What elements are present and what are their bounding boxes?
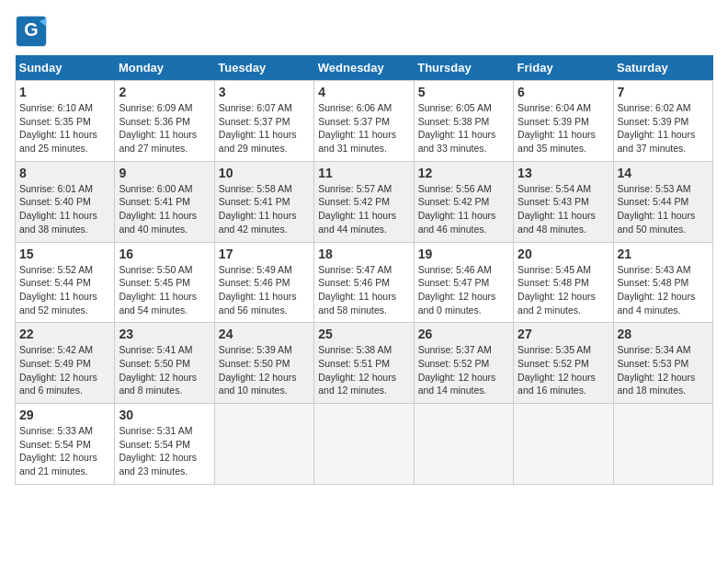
calendar-day-cell: 16Sunrise: 5:50 AM Sunset: 5:45 PM Dayli…	[115, 242, 214, 323]
calendar-day-cell: 22Sunrise: 5:42 AM Sunset: 5:49 PM Dayli…	[16, 323, 115, 404]
calendar-day-cell: 24Sunrise: 5:39 AM Sunset: 5:50 PM Dayli…	[214, 323, 313, 404]
calendar-day-cell: 21Sunrise: 5:43 AM Sunset: 5:48 PM Dayli…	[613, 242, 712, 323]
calendar-day-cell: 10Sunrise: 5:58 AM Sunset: 5:41 PM Dayli…	[214, 161, 313, 242]
day-number: 28	[618, 327, 709, 341]
calendar-day-cell: 25Sunrise: 5:38 AM Sunset: 5:51 PM Dayli…	[314, 323, 414, 404]
day-info: Sunrise: 5:50 AM Sunset: 5:45 PM Dayligh…	[119, 263, 210, 317]
calendar-day-cell: 28Sunrise: 5:34 AM Sunset: 5:53 PM Dayli…	[613, 323, 712, 404]
day-of-week-header: Friday	[514, 55, 613, 81]
calendar-day-cell: 8Sunrise: 6:01 AM Sunset: 5:40 PM Daylig…	[16, 161, 115, 242]
calendar-day-cell: 29Sunrise: 5:33 AM Sunset: 5:54 PM Dayli…	[16, 404, 115, 485]
calendar-day-cell: 4Sunrise: 6:06 AM Sunset: 5:37 PM Daylig…	[314, 81, 414, 162]
day-info: Sunrise: 6:05 AM Sunset: 5:38 PM Dayligh…	[418, 101, 509, 155]
day-number: 13	[518, 166, 609, 180]
day-info: Sunrise: 5:56 AM Sunset: 5:42 PM Dayligh…	[418, 182, 509, 236]
day-number: 7	[618, 85, 709, 99]
calendar-day-cell: 14Sunrise: 5:53 AM Sunset: 5:44 PM Dayli…	[613, 161, 712, 242]
day-info: Sunrise: 5:41 AM Sunset: 5:50 PM Dayligh…	[119, 343, 210, 397]
day-info: Sunrise: 6:04 AM Sunset: 5:39 PM Dayligh…	[518, 101, 609, 155]
calendar-day-cell: 18Sunrise: 5:47 AM Sunset: 5:46 PM Dayli…	[314, 242, 414, 323]
day-info: Sunrise: 5:46 AM Sunset: 5:47 PM Dayligh…	[418, 263, 509, 317]
day-info: Sunrise: 6:02 AM Sunset: 5:39 PM Dayligh…	[618, 101, 709, 155]
calendar-day-cell: 17Sunrise: 5:49 AM Sunset: 5:46 PM Dayli…	[214, 242, 313, 323]
day-of-week-header: Sunday	[16, 55, 115, 81]
page-header: G	[15, 15, 713, 48]
calendar-day-cell	[514, 404, 613, 485]
day-info: Sunrise: 5:45 AM Sunset: 5:48 PM Dayligh…	[518, 263, 609, 317]
calendar-day-cell: 23Sunrise: 5:41 AM Sunset: 5:50 PM Dayli…	[115, 323, 214, 404]
calendar-table: SundayMondayTuesdayWednesdayThursdayFrid…	[15, 55, 713, 485]
logo: G	[15, 15, 51, 48]
day-info: Sunrise: 5:52 AM Sunset: 5:44 PM Dayligh…	[19, 263, 110, 317]
day-number: 4	[318, 85, 409, 99]
calendar-day-cell: 26Sunrise: 5:37 AM Sunset: 5:52 PM Dayli…	[414, 323, 513, 404]
day-info: Sunrise: 5:57 AM Sunset: 5:42 PM Dayligh…	[318, 182, 409, 236]
day-of-week-header: Tuesday	[214, 55, 313, 81]
day-of-week-header: Thursday	[414, 55, 513, 81]
calendar-day-cell: 1Sunrise: 6:10 AM Sunset: 5:35 PM Daylig…	[16, 81, 115, 162]
day-info: Sunrise: 5:49 AM Sunset: 5:46 PM Dayligh…	[219, 263, 310, 317]
day-number: 22	[19, 327, 110, 341]
calendar-week-row: 29Sunrise: 5:33 AM Sunset: 5:54 PM Dayli…	[16, 404, 713, 485]
day-number: 26	[418, 327, 509, 341]
day-number: 25	[318, 327, 409, 341]
day-info: Sunrise: 5:54 AM Sunset: 5:43 PM Dayligh…	[518, 182, 609, 236]
day-number: 17	[219, 247, 310, 261]
calendar-day-cell: 15Sunrise: 5:52 AM Sunset: 5:44 PM Dayli…	[16, 242, 115, 323]
calendar-week-row: 22Sunrise: 5:42 AM Sunset: 5:49 PM Dayli…	[16, 323, 713, 404]
calendar-day-cell: 20Sunrise: 5:45 AM Sunset: 5:48 PM Dayli…	[514, 242, 613, 323]
day-number: 27	[518, 327, 609, 341]
day-number: 3	[219, 85, 310, 99]
calendar-day-cell: 12Sunrise: 5:56 AM Sunset: 5:42 PM Dayli…	[414, 161, 513, 242]
day-of-week-header: Saturday	[613, 55, 712, 81]
calendar-day-cell: 3Sunrise: 6:07 AM Sunset: 5:37 PM Daylig…	[214, 81, 313, 162]
day-number: 6	[518, 85, 609, 99]
day-number: 5	[418, 85, 509, 99]
day-info: Sunrise: 5:38 AM Sunset: 5:51 PM Dayligh…	[318, 343, 409, 397]
day-number: 10	[219, 166, 310, 180]
day-number: 16	[119, 247, 210, 261]
calendar-day-cell: 13Sunrise: 5:54 AM Sunset: 5:43 PM Dayli…	[514, 161, 613, 242]
day-info: Sunrise: 5:37 AM Sunset: 5:52 PM Dayligh…	[418, 343, 509, 397]
day-number: 29	[19, 408, 110, 422]
day-info: Sunrise: 5:53 AM Sunset: 5:44 PM Dayligh…	[618, 182, 709, 236]
calendar-day-cell	[613, 404, 712, 485]
day-info: Sunrise: 5:33 AM Sunset: 5:54 PM Dayligh…	[19, 424, 110, 478]
svg-text:G: G	[24, 19, 38, 40]
calendar-week-row: 1Sunrise: 6:10 AM Sunset: 5:35 PM Daylig…	[16, 81, 713, 162]
day-number: 2	[119, 85, 210, 99]
day-info: Sunrise: 6:10 AM Sunset: 5:35 PM Dayligh…	[19, 101, 110, 155]
calendar-day-cell: 7Sunrise: 6:02 AM Sunset: 5:39 PM Daylig…	[613, 81, 712, 162]
calendar-day-cell: 2Sunrise: 6:09 AM Sunset: 5:36 PM Daylig…	[115, 81, 214, 162]
day-number: 21	[618, 247, 709, 261]
day-info: Sunrise: 5:31 AM Sunset: 5:54 PM Dayligh…	[119, 424, 210, 478]
day-number: 20	[518, 247, 609, 261]
day-info: Sunrise: 5:58 AM Sunset: 5:41 PM Dayligh…	[219, 182, 310, 236]
day-number: 9	[119, 166, 210, 180]
calendar-day-cell	[314, 404, 414, 485]
day-number: 1	[19, 85, 110, 99]
day-info: Sunrise: 5:42 AM Sunset: 5:49 PM Dayligh…	[19, 343, 110, 397]
day-info: Sunrise: 5:47 AM Sunset: 5:46 PM Dayligh…	[318, 263, 409, 317]
day-number: 14	[618, 166, 709, 180]
day-info: Sunrise: 6:09 AM Sunset: 5:36 PM Dayligh…	[119, 101, 210, 155]
calendar-day-cell: 6Sunrise: 6:04 AM Sunset: 5:39 PM Daylig…	[514, 81, 613, 162]
calendar-day-cell: 27Sunrise: 5:35 AM Sunset: 5:52 PM Dayli…	[514, 323, 613, 404]
day-number: 12	[418, 166, 509, 180]
day-info: Sunrise: 5:39 AM Sunset: 5:50 PM Dayligh…	[219, 343, 310, 397]
day-number: 15	[19, 247, 110, 261]
calendar-day-cell: 9Sunrise: 6:00 AM Sunset: 5:41 PM Daylig…	[115, 161, 214, 242]
day-info: Sunrise: 6:07 AM Sunset: 5:37 PM Dayligh…	[219, 101, 310, 155]
day-info: Sunrise: 5:43 AM Sunset: 5:48 PM Dayligh…	[618, 263, 709, 317]
day-info: Sunrise: 6:01 AM Sunset: 5:40 PM Dayligh…	[19, 182, 110, 236]
calendar-day-cell: 5Sunrise: 6:05 AM Sunset: 5:38 PM Daylig…	[414, 81, 513, 162]
day-number: 11	[318, 166, 409, 180]
day-number: 23	[119, 327, 210, 341]
day-number: 18	[318, 247, 409, 261]
day-number: 30	[119, 408, 210, 422]
logo-icon: G	[15, 15, 48, 48]
day-info: Sunrise: 6:06 AM Sunset: 5:37 PM Dayligh…	[318, 101, 409, 155]
calendar-header-row: SundayMondayTuesdayWednesdayThursdayFrid…	[16, 55, 713, 81]
calendar-day-cell: 11Sunrise: 5:57 AM Sunset: 5:42 PM Dayli…	[314, 161, 414, 242]
day-info: Sunrise: 5:35 AM Sunset: 5:52 PM Dayligh…	[518, 343, 609, 397]
